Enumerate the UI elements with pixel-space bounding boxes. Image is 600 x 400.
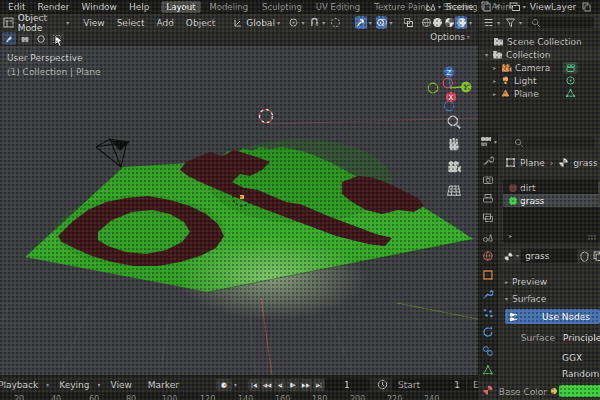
viewport-canvas[interactable]: User Perspective (1) Collection | Plane … — [0, 46, 478, 375]
tab-world[interactable] — [482, 250, 494, 262]
new-scene-icon[interactable] — [481, 1, 491, 12]
base-color-swatch[interactable] — [559, 385, 600, 397]
scene-selector[interactable]: ▾ Scene — [424, 1, 473, 12]
viewport-menu-select[interactable]: Select — [111, 18, 151, 28]
outliner-row-plane[interactable]: ▸ Plane — [479, 87, 600, 100]
menu-render[interactable]: Render — [31, 2, 75, 12]
workspace-tab-modeling[interactable]: Modeling — [203, 1, 254, 13]
end-frame-field[interactable]: End 250 — [467, 378, 479, 391]
menu-help[interactable]: Help — [123, 2, 156, 12]
tab-scene[interactable] — [482, 231, 494, 243]
panel-preview[interactable]: ▸ Preview — [503, 277, 547, 287]
prev-keyframe-button[interactable]: ◀◀ — [261, 379, 273, 391]
light-data-icon[interactable] — [565, 75, 576, 86]
tab-object-data[interactable] — [482, 364, 494, 376]
options-dropdown[interactable]: Options ▾ — [430, 32, 470, 42]
viewlayer-selector[interactable]: ✕ ▾ ViewLayer — [481, 1, 591, 12]
tab-constraints[interactable] — [482, 345, 494, 357]
properties-editor-type-icon[interactable]: ▾ — [480, 136, 497, 147]
base-color-socket-dot[interactable] — [551, 388, 557, 394]
camera-data-icon[interactable] — [563, 62, 578, 74]
prev-frame-button[interactable]: ◀ — [274, 379, 286, 391]
editor-type-icon[interactable] — [3, 16, 15, 29]
playback-menu[interactable]: Playback ▾ — [0, 380, 49, 390]
navigation-gizmo[interactable]: Z Y X — [426, 64, 474, 112]
keying-menu[interactable]: Keying ▾ — [53, 380, 100, 390]
copy-icon[interactable] — [582, 2, 591, 12]
brush-falloff-icon[interactable] — [34, 32, 48, 45]
collapse-arrow-icon[interactable]: ▸ — [493, 91, 496, 97]
properties-search-input[interactable] — [511, 137, 595, 148]
gizmos-toggle[interactable] — [355, 16, 367, 29]
brush-blend-icon[interactable] — [18, 32, 32, 45]
workspace-tab-sculpting[interactable]: Sculpting — [256, 1, 308, 13]
tab-object[interactable] — [482, 269, 494, 281]
menu-edit[interactable]: Edit — [2, 2, 31, 12]
tab-render[interactable] — [482, 174, 494, 186]
material-slot-dirt[interactable]: dirt — [503, 181, 600, 194]
tab-output[interactable] — [482, 193, 494, 205]
collapse-arrow-icon[interactable]: ▸ — [493, 65, 496, 71]
subsurface-method-dropdown[interactable]: Random Walk — [557, 367, 600, 380]
close-icon[interactable]: ✕ — [494, 2, 501, 11]
clock-icon[interactable] — [377, 379, 388, 390]
marker-menu[interactable]: Marker — [142, 380, 185, 390]
outliner-filter-icon[interactable] — [503, 16, 517, 29]
tab-particles[interactable] — [482, 307, 494, 319]
outliner-search-input[interactable] — [528, 17, 594, 28]
zoom-view-icon[interactable] — [446, 114, 462, 130]
overlays-toggle[interactable] — [376, 16, 388, 29]
outliner-row-camera[interactable]: ▸ Camera — [479, 61, 600, 74]
resize-grip-icon[interactable] — [587, 234, 597, 240]
outliner-display-mode-icon[interactable] — [481, 16, 495, 29]
outliner-row-light[interactable]: ▸ Light — [479, 74, 600, 87]
collapse-arrow-icon[interactable]: ▸ — [493, 78, 496, 84]
jump-to-start-button[interactable]: |◀ — [248, 379, 260, 391]
material-browse-button[interactable]: ▾ — [501, 249, 521, 263]
timeline-ruler[interactable]: 20 40 60 80 100 120 140 160 180 200 220 … — [0, 393, 479, 400]
mode-selector[interactable]: Object Mode ▾ — [18, 14, 70, 33]
timeline-view-menu[interactable]: View — [104, 380, 137, 390]
material-name-field[interactable]: grass — [521, 249, 577, 263]
proportional-editing-icon[interactable] — [329, 16, 341, 29]
fake-user-shield-icon[interactable] — [577, 249, 591, 263]
brush-icon[interactable] — [2, 32, 16, 45]
viewport-menu-add[interactable]: Add — [150, 18, 179, 28]
pivot-point-icon[interactable] — [288, 16, 300, 29]
tab-tool[interactable] — [482, 155, 494, 167]
breadcrumb-material[interactable]: grass — [573, 158, 597, 168]
viewport-menu-view[interactable]: View — [77, 18, 110, 28]
distribution-dropdown[interactable]: GGX — [557, 351, 600, 364]
viewport-menu-object[interactable]: Object — [180, 18, 221, 28]
shading-rendered-button[interactable] — [455, 16, 467, 29]
use-nodes-button[interactable]: Use Nodes — [505, 309, 600, 324]
tab-view-layer[interactable] — [482, 212, 494, 224]
outliner-row-scene-collection[interactable]: Scene Collection — [479, 35, 600, 48]
tab-modifiers[interactable] — [482, 288, 494, 300]
workspace-tab-layout[interactable]: Layout — [161, 1, 202, 13]
grid-view-icon[interactable] — [446, 182, 462, 198]
camera-view-icon[interactable] — [446, 159, 462, 175]
mesh-data-icon[interactable] — [565, 88, 576, 99]
pan-hand-icon[interactable] — [446, 136, 462, 152]
transform-orientation-selector[interactable]: Global ▾ — [233, 18, 280, 28]
jump-to-end-button[interactable]: ▶| — [313, 379, 325, 391]
start-frame-field[interactable]: Start 1 — [392, 378, 466, 391]
surface-shader-selector[interactable]: Principled — [559, 331, 600, 344]
play-button[interactable]: ▶ — [287, 379, 299, 391]
shading-wireframe-button[interactable] — [420, 16, 432, 29]
xray-toggle[interactable] — [402, 16, 414, 29]
new-material-icon[interactable] — [591, 249, 600, 263]
slot-specials-icon[interactable]: ▸ — [509, 233, 512, 239]
snap-magnet-icon[interactable] — [309, 16, 321, 29]
menu-window[interactable]: Window — [75, 2, 123, 12]
tab-material-active[interactable] — [479, 381, 497, 400]
outliner-row-collection[interactable]: ▾ Collection — [479, 48, 600, 61]
tab-physics[interactable] — [482, 326, 494, 338]
current-frame-field[interactable]: 1 — [325, 378, 369, 391]
breadcrumb-object[interactable]: Plane — [520, 158, 545, 168]
shading-material-button[interactable] — [444, 16, 456, 29]
panel-surface[interactable]: ▾ Surface — [503, 294, 546, 304]
expand-arrow-icon[interactable]: ▾ — [485, 52, 488, 58]
shading-solid-button[interactable] — [432, 16, 444, 29]
